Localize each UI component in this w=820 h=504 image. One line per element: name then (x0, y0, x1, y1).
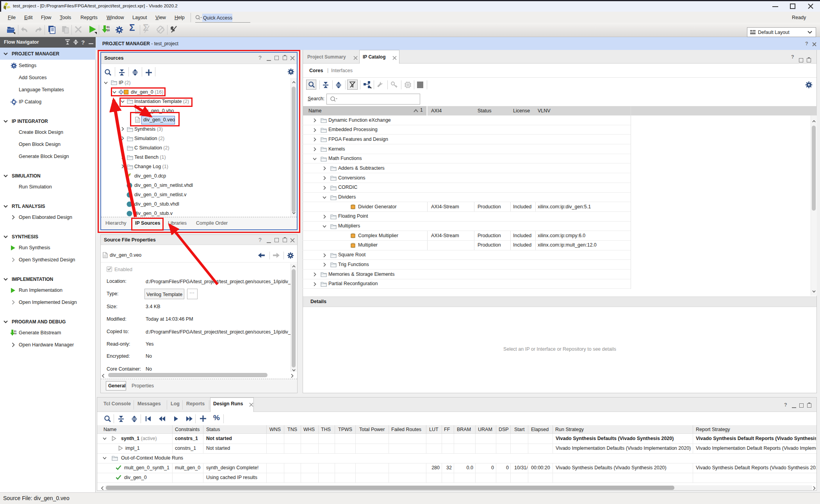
svg-text:10: 10 (14, 332, 16, 335)
svg-text:01: 01 (14, 330, 17, 332)
svg-text:10: 10 (107, 29, 110, 32)
svg-text:01: 01 (107, 26, 110, 28)
